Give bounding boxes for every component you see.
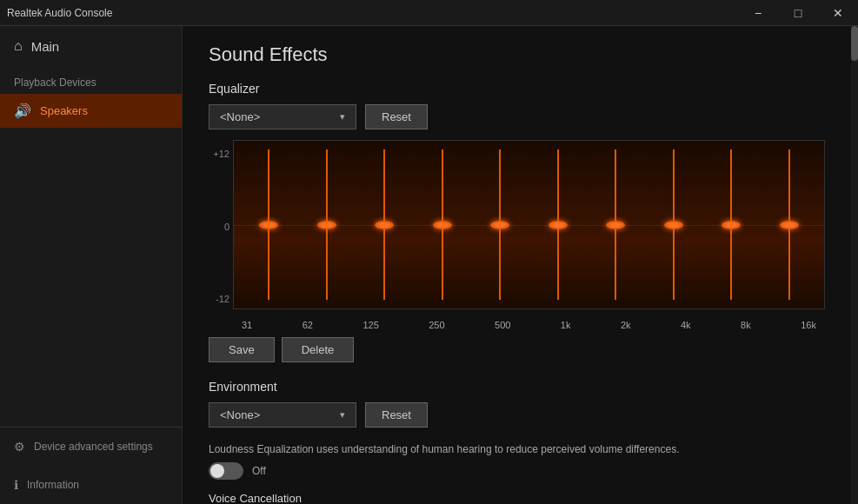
sidebar-item-speakers[interactable]: 🔊 Speakers [0,94,182,128]
eq-label-8k: 8k [741,320,751,330]
information-label: Information [27,479,79,491]
eq-slider-31[interactable] [260,149,277,300]
equalizer-section-title: Equalizer [209,82,825,96]
eq-label-1k: 1k [561,320,571,330]
environment-section-title: Environment [209,380,825,394]
save-button[interactable]: Save [209,337,275,362]
maximize-button[interactable]: □ [778,0,818,26]
eq-label-2k: 2k [621,320,631,330]
app-title: Realtek Audio Console [7,7,112,19]
equalizer-inner: 31 62 125 250 500 1k 2k 4k 8k 16k [233,140,825,330]
loudness-section: Loudness Equalization uses understanding… [209,443,825,480]
eq-slider-125[interactable] [376,149,393,300]
delete-button[interactable]: Delete [282,337,355,362]
eq-thumb-500[interactable] [490,221,509,229]
sidebar-item-main[interactable]: ⌂ Main [0,26,182,66]
eq-slider-62[interactable] [318,149,336,300]
content-area: Sound Effects Equalizer <None> ▾ Reset +… [183,26,851,504]
minimize-button[interactable]: − [738,0,778,26]
eq-freq-labels: 31 62 125 250 500 1k 2k 4k 8k 16k [233,316,825,330]
chevron-down-icon: ▾ [340,111,345,123]
equalizer-dropdown-value: <None> [220,110,260,123]
eq-label-500: 500 [495,320,510,330]
eq-thumb-1k[interactable] [549,221,568,229]
page-title: Sound Effects [209,43,825,66]
loudness-toggle[interactable] [209,462,243,480]
home-icon: ⌂ [14,38,23,54]
sidebar-speakers-label: Speakers [40,104,88,117]
loudness-description: Loudness Equalization uses understanding… [209,443,748,455]
sidebar: ⌂ Main Playback Devices 🔊 Speakers ⚙ Dev… [0,26,183,504]
eq-label-125: 125 [362,320,378,330]
eq-ylabel-top: +12 [213,149,229,159]
eq-slider-2k[interactable] [607,149,624,300]
equalizer-visualizer-container: +12 0 -12 [209,140,825,330]
eq-thumb-8k[interactable] [722,221,741,229]
equalizer-reset-button[interactable]: Reset [365,104,428,129]
eq-slider-16k[interactable] [781,149,798,300]
eq-y-labels: +12 0 -12 [209,149,233,304]
environment-dropdown-value: <None> [220,408,260,421]
sidebar-main-label: Main [31,39,60,54]
scrollbar-track[interactable] [851,26,858,504]
environment-reset-button[interactable]: Reset [365,402,428,428]
sidebar-section-playback: Playback Devices [0,66,182,94]
equalizer-chart [233,140,825,309]
eq-action-buttons: Save Delete [209,337,825,362]
window-controls: − □ ✕ [738,0,858,25]
eq-thumb-16k[interactable] [780,221,799,229]
voice-cancellation-section: Voice Cancellation Off [209,492,825,504]
speaker-icon: 🔊 [14,103,31,119]
eq-ylabel-bot: -12 [216,294,229,304]
eq-label-16k: 16k [801,320,816,330]
equalizer-controls: <None> ▾ Reset [209,104,825,129]
sidebar-item-information[interactable]: ℹ Information [0,466,182,504]
eq-thumb-2k[interactable] [606,221,625,229]
environment-controls: <None> ▾ Reset [209,402,825,428]
eq-ylabel-mid: 0 [224,222,229,232]
sidebar-item-device-advanced[interactable]: ⚙ Device advanced settings [0,428,182,466]
info-icon: ℹ [14,478,18,492]
eq-thumb-250[interactable] [433,221,452,229]
eq-slider-500[interactable] [491,149,509,300]
app-body: ⌂ Main Playback Devices 🔊 Speakers ⚙ Dev… [0,26,858,504]
eq-thumb-31[interactable] [259,221,278,229]
eq-label-250: 250 [429,320,444,330]
eq-slider-250[interactable] [434,149,451,300]
equalizer-dropdown[interactable]: <None> ▾ [209,104,356,129]
environment-section: Environment <None> ▾ Reset [209,380,825,428]
close-button[interactable]: ✕ [818,0,858,26]
eq-label-31: 31 [242,320,252,330]
loudness-toggle-row: Off [209,462,825,480]
chevron-down-icon: ▾ [340,409,345,421]
eq-slider-1k[interactable] [549,149,567,300]
eq-thumb-4k[interactable] [664,221,683,229]
eq-slider-4k[interactable] [665,149,682,300]
eq-thumb-62[interactable] [317,221,336,229]
gear-icon: ⚙ [14,440,25,454]
scrollbar-thumb[interactable] [851,26,858,61]
eq-label-62: 62 [303,320,313,330]
toggle-knob [210,464,224,478]
sidebar-bottom: ⚙ Device advanced settings ℹ Information [0,427,182,504]
device-advanced-label: Device advanced settings [34,441,153,453]
voice-cancellation-title: Voice Cancellation [209,492,825,504]
eq-label-4k: 4k [681,320,691,330]
eq-slider-8k[interactable] [722,149,740,300]
loudness-toggle-label: Off [252,465,266,477]
eq-thumb-125[interactable] [375,221,394,229]
titlebar: Realtek Audio Console − □ ✕ [0,0,858,26]
environment-dropdown[interactable]: <None> ▾ [209,402,356,428]
